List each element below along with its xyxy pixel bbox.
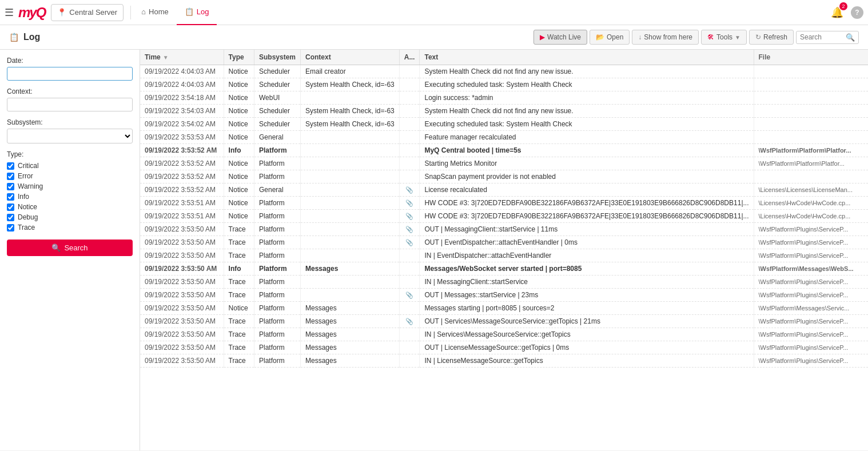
cell-text: IN | LicenseMessageSource::getTopics xyxy=(420,354,754,368)
type-checkbox-trace[interactable] xyxy=(7,224,14,232)
refresh-button[interactable]: ↻ Refresh xyxy=(749,30,794,45)
table-row[interactable]: 09/19/2022 3:53:52 AM Notice Platform St… xyxy=(140,157,868,170)
cell-time: 09/19/2022 3:53:50 AM xyxy=(140,223,224,236)
cell-text: OUT | MessagingClient::startService | 11… xyxy=(420,223,754,236)
attachment-icon: 📎 xyxy=(405,292,413,298)
cell-attach xyxy=(399,118,420,131)
hamburger-icon[interactable]: ☰ xyxy=(5,6,14,19)
table-row[interactable]: 09/19/2022 4:04:03 AM Notice Scheduler S… xyxy=(140,78,868,91)
type-checkbox-error[interactable] xyxy=(7,173,14,180)
table-header: Time ▼ Type Subsystem Context A... Text … xyxy=(140,50,868,65)
type-checkbox-debug[interactable] xyxy=(7,214,14,221)
cell-attach: 📎 xyxy=(399,183,420,197)
cell-context xyxy=(301,289,400,302)
table-row[interactable]: 09/19/2022 3:53:50 AM Trace Platform 📎 O… xyxy=(140,289,868,302)
cell-text: OUT | EventDispatcher::attachEventHandle… xyxy=(420,236,754,249)
table-row[interactable]: 09/19/2022 3:53:50 AM Trace Platform 📎 O… xyxy=(140,236,868,249)
notification-area[interactable]: 🔔 2 xyxy=(829,5,845,21)
type-checkbox-critical[interactable] xyxy=(7,162,14,170)
page-title: Log xyxy=(23,32,529,42)
table-row[interactable]: 09/19/2022 3:53:50 AM Trace Platform Mes… xyxy=(140,354,868,368)
cell-text: HW CODE #3: 3|720ED7EDBFA90BE322186FA9B6… xyxy=(420,210,754,223)
cell-file: \Licenses\HwCode\HwCode.cp... xyxy=(754,197,868,210)
subsystem-select[interactable]: Platform Scheduler WebUI General xyxy=(7,129,133,143)
cell-file: \WsfPlatform\Plugins\ServiceP... xyxy=(754,289,868,302)
search-button[interactable]: 🔍 Search xyxy=(7,240,133,256)
type-checkbox-warning[interactable] xyxy=(7,183,14,190)
col-subsystem-header[interactable]: Subsystem xyxy=(254,50,300,65)
search-input[interactable] xyxy=(800,33,846,41)
table-row[interactable]: 09/19/2022 3:53:52 AM Notice Platform Sn… xyxy=(140,170,868,183)
cell-file: \WsfPlatform\Plugins\ServiceP... xyxy=(754,249,868,262)
cell-time: 09/19/2022 3:53:50 AM xyxy=(140,328,224,341)
watch-live-button[interactable]: ▶ Watch Live xyxy=(533,30,587,45)
date-input[interactable] xyxy=(7,67,133,81)
subsystem-label: Subsystem: xyxy=(7,118,133,126)
table-row[interactable]: 09/19/2022 3:53:52 AM Info Platform MyQ … xyxy=(140,144,868,157)
table-row[interactable]: 09/19/2022 3:53:53 AM Notice General Fea… xyxy=(140,131,868,144)
open-button[interactable]: 📂 Open xyxy=(590,30,630,45)
cell-time: 09/19/2022 3:54:18 AM xyxy=(140,91,224,105)
location-label: Central Server xyxy=(69,8,117,17)
cell-type: Notice xyxy=(224,197,254,210)
table-row[interactable]: 09/19/2022 3:54:02 AM Notice Scheduler S… xyxy=(140,118,868,131)
search-box[interactable]: 🔍 xyxy=(796,31,859,44)
cell-context xyxy=(301,91,400,105)
sidebar: Date: Context: Subsystem: Platform Sched… xyxy=(0,50,140,450)
cell-text: Messages starting | port=8085 | sources=… xyxy=(420,302,754,315)
table-row[interactable]: 09/19/2022 3:53:51 AM Notice Platform 📎 … xyxy=(140,197,868,210)
cell-file: \Licenses\Licenses\LicenseMan... xyxy=(754,183,868,197)
cell-time: 09/19/2022 3:53:52 AM xyxy=(140,183,224,197)
cell-time: 09/19/2022 3:54:03 AM xyxy=(140,105,224,118)
col-context-header[interactable]: Context xyxy=(301,50,400,65)
table-row[interactable]: 09/19/2022 3:54:03 AM Notice Scheduler S… xyxy=(140,105,868,118)
log-area[interactable]: Time ▼ Type Subsystem Context A... Text … xyxy=(140,50,868,450)
help-button[interactable]: ? xyxy=(851,6,863,19)
tab-log[interactable]: 📋 Log xyxy=(177,0,217,25)
table-row[interactable]: 09/19/2022 3:54:18 AM Notice WebUI Login… xyxy=(140,91,868,105)
tab-home[interactable]: ⌂ Home xyxy=(133,0,177,25)
cell-type: Trace xyxy=(224,276,254,289)
table-row[interactable]: 09/19/2022 3:53:51 AM Notice Platform 📎 … xyxy=(140,210,868,223)
table-row[interactable]: 09/19/2022 3:53:50 AM Trace Platform IN … xyxy=(140,249,868,262)
cell-text: System Health Check did not find any new… xyxy=(420,105,754,118)
table-row[interactable]: 09/19/2022 3:53:50 AM Trace Platform Mes… xyxy=(140,328,868,341)
context-input[interactable] xyxy=(7,98,133,111)
type-checkbox-info[interactable] xyxy=(7,193,14,201)
type-checkbox-item: Notice xyxy=(7,203,133,211)
refresh-icon: ↻ xyxy=(755,33,761,41)
table-row[interactable]: 09/19/2022 3:53:50 AM Trace Platform IN … xyxy=(140,276,868,289)
cell-file: \WsfPlatform\Plugins\ServiceP... xyxy=(754,276,868,289)
cell-text: Starting Metrics Monitor xyxy=(420,157,754,170)
cell-type: Notice xyxy=(224,210,254,223)
cell-text: Messages/WebSocket server started | port… xyxy=(420,262,754,276)
table-row[interactable]: 09/19/2022 3:53:50 AM Info Platform Mess… xyxy=(140,262,868,276)
col-type-header[interactable]: Type xyxy=(224,50,254,65)
table-row[interactable]: 09/19/2022 3:53:50 AM Notice Platform Me… xyxy=(140,302,868,315)
date-label: Date: xyxy=(7,57,133,65)
table-row[interactable]: 09/19/2022 3:53:50 AM Trace Platform Mes… xyxy=(140,315,868,328)
cell-context: Messages xyxy=(301,262,400,276)
nav-location-btn[interactable]: 📍 Central Server xyxy=(51,4,124,21)
context-filter-group: Context: xyxy=(7,87,133,111)
type-checkbox-item: Error xyxy=(7,172,133,180)
cell-time: 09/19/2022 3:53:50 AM xyxy=(140,276,224,289)
cell-context: System Health Check, id=-63 xyxy=(301,118,400,131)
cell-file: \WsfPlatform\Messages\WebS... xyxy=(754,262,868,276)
tools-button[interactable]: 🛠 Tools ▼ xyxy=(701,30,747,45)
cell-type: Notice xyxy=(224,118,254,131)
table-row[interactable]: 09/19/2022 3:53:52 AM Notice General 📎 L… xyxy=(140,183,868,197)
open-label: Open xyxy=(607,33,623,41)
table-row[interactable]: 09/19/2022 4:04:03 AM Notice Scheduler E… xyxy=(140,65,868,78)
show-from-here-button[interactable]: ↓ Show from here xyxy=(632,30,699,45)
table-row[interactable]: 09/19/2022 3:53:50 AM Trace Platform Mes… xyxy=(140,341,868,354)
cell-file: \WsfPlatform\Platform\Platfor... xyxy=(754,144,868,157)
col-time-header[interactable]: Time ▼ xyxy=(140,50,224,65)
cell-context xyxy=(301,210,400,223)
type-checkbox-notice[interactable] xyxy=(7,203,14,211)
table-row[interactable]: 09/19/2022 3:53:50 AM Trace Platform 📎 O… xyxy=(140,223,868,236)
cell-attach xyxy=(399,276,420,289)
cell-time: 09/19/2022 3:53:52 AM xyxy=(140,157,224,170)
cell-context xyxy=(301,197,400,210)
watch-live-label: Watch Live xyxy=(547,33,581,41)
